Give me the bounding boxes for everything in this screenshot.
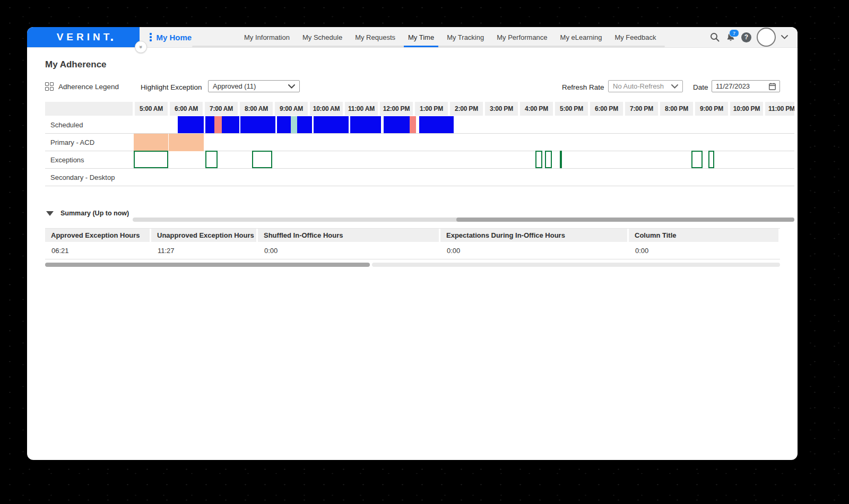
scheduled-segment [240,116,275,133]
exception-box[interactable] [545,151,552,168]
exception-box[interactable] [205,151,217,168]
help-icon[interactable]: ? [741,32,751,42]
verint-logo: VERINT [27,27,140,47]
summary-column-header[interactable]: Column Title [629,229,778,242]
exception-box[interactable] [691,151,703,168]
date-value: 11/27/2023 [716,82,750,90]
time-column-header: 6:00 AM [170,102,203,116]
top-right-icons: 7 ? [709,27,788,47]
time-column-header: 12:00 PM [380,102,413,116]
timeline-row-label: Exceptions [50,151,84,168]
adherence-segment [291,116,297,133]
main-nav: My InformationMy ScheduleMy RequestsMy T… [244,27,656,47]
exception-segment [410,116,416,133]
nav-tab-my-schedule[interactable]: My Schedule [302,27,342,47]
exception-box[interactable] [252,151,272,168]
timeline-row-label: Primary - ACD [50,134,94,151]
adherence-legend-button[interactable]: Adherence Legend [45,82,119,91]
nav-tab-my-performance[interactable]: My Performance [497,27,547,47]
summary-column-header[interactable]: Approved Exception Hours [45,229,150,242]
highlight-exception-select[interactable]: Approved (11) [208,80,300,92]
refresh-rate-value: No Auto-Refresh [613,82,664,90]
nav-tab-my-time[interactable]: My Time [408,27,434,47]
scheduled-segment [205,116,215,133]
time-column-header: 7:00 AM [205,102,238,116]
summary-column-value: 11:27 [151,242,256,259]
timeline-row-primary-acd: Primary - ACD [45,134,794,151]
my-home-menu[interactable]: My Home [150,27,192,47]
summary-scrollbar-thumb[interactable] [45,263,370,267]
exception-box[interactable] [134,151,168,168]
exception-segment [214,116,222,133]
summary-table: Approved Exception HoursUnapproved Excep… [45,228,780,259]
adherence-legend-label: Adherence Legend [58,83,119,91]
nav-tab-my-information[interactable]: My Information [244,27,290,47]
bell-icon[interactable]: 7 [725,32,736,42]
scheduled-segment [314,116,349,133]
refresh-rate-label: Refresh Rate [562,83,604,91]
exception-box[interactable] [535,151,542,168]
notification-badge: 7 [729,29,739,37]
activity-segment [134,134,168,151]
calendar-icon[interactable] [769,83,776,90]
chevron-down-icon [671,84,678,89]
time-column-header: 10:00 PM [730,102,763,116]
nav-tab-my-elearning[interactable]: My eLearning [560,27,602,47]
chevron-down-icon [288,84,295,89]
summary-scrollbar-track[interactable] [372,263,780,267]
time-column-header: 8:00 PM [660,102,693,116]
chevron-down-icon[interactable] [781,35,788,39]
time-column-header: 11:00 PM [765,102,794,116]
summary-table-values: 06:2111:270:000:000:00 [45,242,780,259]
timeline-row-label: Scheduled [50,116,83,133]
search-icon[interactable] [709,32,720,42]
time-column-header: 3:00 PM [485,102,518,116]
time-column-header: 10:00 AM [310,102,343,116]
time-column-header: 8:00 AM [240,102,273,116]
timeline-scrollbar-thumb[interactable] [456,218,794,222]
kebab-menu-icon[interactable] [150,33,152,41]
scheduled-segment [419,116,454,133]
timeline-rows: ScheduledPrimary - ACDExceptionsSecondar… [45,116,794,186]
time-column-header: 6:00 PM [590,102,623,116]
time-column-header: 11:00 AM [345,102,378,116]
avatar[interactable] [757,28,776,47]
date-input[interactable]: 11/27/2023 [712,80,780,92]
nav-tab-my-tracking[interactable]: My Tracking [447,27,484,47]
summary-column-value: 0:00 [440,242,627,259]
verint-logo-text: VERINT [57,31,113,43]
page-title: My Adherence [45,59,107,70]
summary-toggle-label: Summary (Up to now) [60,210,129,217]
scheduled-segment [222,116,239,133]
time-column-header: 5:00 PM [555,102,588,116]
highlight-exception-value: Approved (11) [213,82,256,90]
nav-tab-my-requests[interactable]: My Requests [355,27,395,47]
my-home-label[interactable]: My Home [157,33,192,42]
timeline-row-exceptions: Exceptions [45,151,794,169]
summary-column-value: 06:21 [45,242,150,259]
nav-tab-my-feedback[interactable]: My Feedback [614,27,656,47]
summary-column-header[interactable]: Expectations During In-Office Hours [440,229,627,242]
time-column-header: 2:00 PM [450,102,483,116]
time-column-header: 5:00 AM [135,102,168,116]
time-column-header: 9:00 AM [275,102,308,116]
scheduled-segment [384,116,410,133]
scheduled-segment [178,116,204,133]
activity-segment [169,134,204,151]
time-column-header: 4:00 PM [520,102,553,116]
exception-box[interactable] [560,151,562,168]
timeline-row-scheduled: Scheduled [45,116,794,134]
scheduled-segment [350,116,381,133]
summary-toggle[interactable]: Summary (Up to now) [46,210,129,217]
scheduled-segment [297,116,312,133]
time-column-header: 1:00 PM [415,102,448,116]
collapse-header-button[interactable]: » [135,41,147,53]
timeline-row-label: Secondary - Desktop [50,169,115,186]
summary-column-header[interactable]: Shuffled In-Office Hours [258,229,439,242]
exception-box[interactable] [708,151,714,168]
refresh-rate-select[interactable]: No Auto-Refresh [608,80,683,92]
timeline-header: 5:00 AM6:00 AM7:00 AM8:00 AM9:00 AM10:00… [45,102,794,116]
summary-column-header[interactable]: Unapproved Exception Hours [151,229,256,242]
summary-table-header: Approved Exception HoursUnapproved Excep… [45,228,780,242]
time-column-header: 9:00 PM [695,102,728,116]
